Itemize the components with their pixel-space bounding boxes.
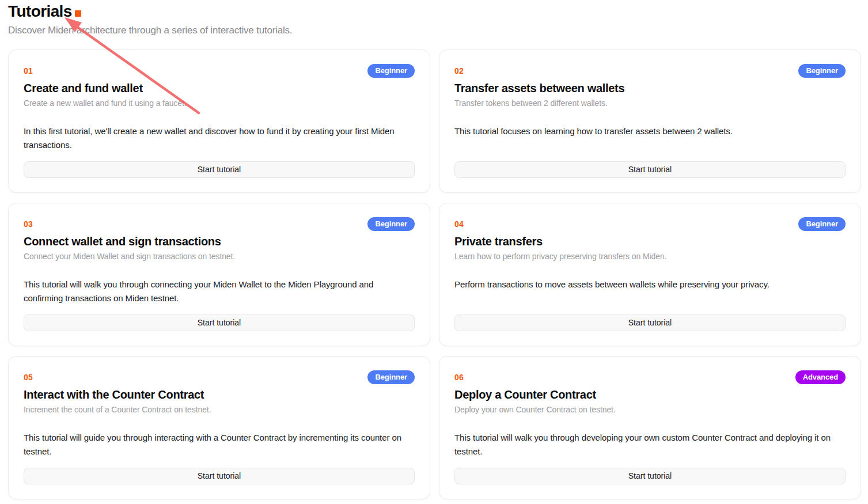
card-top-row: 01 Beginner <box>24 64 415 78</box>
title-accent-square <box>75 10 81 17</box>
tutorial-description: This tutorial focuses on learning how to… <box>454 124 846 138</box>
level-badge-beginner: Beginner <box>798 217 846 231</box>
tutorial-subtitle: Connect your Miden Wallet and sign trans… <box>24 252 415 261</box>
start-tutorial-button[interactable]: Start tutorial <box>454 314 846 331</box>
tutorial-number: 06 <box>454 370 464 382</box>
card-top-row: 05 Beginner <box>24 370 415 384</box>
tutorial-card-06: 06 Advanced Deploy a Counter Contract De… <box>439 356 861 499</box>
tutorial-card-01: 01 Beginner Create and fund wallet Creat… <box>8 50 430 193</box>
tutorial-title: Interact with the Counter Contract <box>24 388 415 401</box>
page-subtitle: Discover Miden architecture through a se… <box>8 25 860 36</box>
start-tutorial-button[interactable]: Start tutorial <box>24 468 415 484</box>
page-title: Tutorials <box>8 3 72 21</box>
start-tutorial-button[interactable]: Start tutorial <box>24 161 415 178</box>
tutorial-card-03: 03 Beginner Connect wallet and sign tran… <box>8 203 430 346</box>
tutorial-title: Transfer assets between wallets <box>454 82 846 95</box>
tutorials-page: Tutorials Discover Miden architecture th… <box>0 0 868 499</box>
tutorial-title: Private transfers <box>454 235 846 248</box>
tutorial-subtitle: Learn how to perform privacy preserving … <box>454 252 846 261</box>
level-badge-advanced: Advanced <box>795 370 846 384</box>
level-badge-beginner: Beginner <box>798 64 846 78</box>
card-top-row: 03 Beginner <box>24 217 415 231</box>
tutorial-number: 05 <box>24 370 33 382</box>
level-badge-beginner: Beginner <box>367 370 415 384</box>
tutorial-description: This tutorial will walk you through deve… <box>454 431 846 458</box>
card-top-row: 06 Advanced <box>454 370 846 384</box>
card-top-row: 04 Beginner <box>454 217 846 231</box>
tutorial-subtitle: Deploy your own Counter Contract on test… <box>454 405 846 414</box>
tutorial-description: This tutorial will walk you through conn… <box>24 278 415 305</box>
tutorial-number: 02 <box>454 64 464 75</box>
start-tutorial-button[interactable]: Start tutorial <box>454 161 846 178</box>
tutorial-card-02: 02 Beginner Transfer assets between wall… <box>439 50 861 193</box>
tutorial-title: Create and fund wallet <box>24 82 415 95</box>
card-top-row: 02 Beginner <box>454 64 846 78</box>
tutorial-description: This tutorial will guide you through int… <box>24 431 415 458</box>
tutorial-number: 01 <box>24 64 33 75</box>
start-tutorial-button[interactable]: Start tutorial <box>24 314 415 331</box>
tutorial-description: In this first tutorial, we'll create a n… <box>24 124 415 152</box>
tutorial-subtitle: Increment the count of a Counter Contrac… <box>24 405 415 414</box>
tutorial-card-04: 04 Beginner Private transfers Learn how … <box>439 203 861 346</box>
level-badge-beginner: Beginner <box>367 64 415 78</box>
page-header: Tutorials Discover Miden architecture th… <box>8 1 860 36</box>
tutorial-card-05: 05 Beginner Interact with the Counter Co… <box>8 356 430 499</box>
tutorial-subtitle: Transfer tokens between 2 different wall… <box>454 98 846 108</box>
tutorial-subtitle: Create a new wallet and fund it using a … <box>24 98 415 108</box>
tutorial-number: 03 <box>24 217 33 229</box>
tutorial-title: Connect wallet and sign transactions <box>24 235 415 248</box>
tutorial-card-grid: 01 Beginner Create and fund wallet Creat… <box>8 50 860 499</box>
tutorial-description: Perform transactions to move assets betw… <box>454 278 846 291</box>
start-tutorial-button[interactable]: Start tutorial <box>454 468 846 484</box>
tutorial-number: 04 <box>454 217 464 229</box>
tutorial-title: Deploy a Counter Contract <box>454 388 846 401</box>
level-badge-beginner: Beginner <box>367 217 415 231</box>
